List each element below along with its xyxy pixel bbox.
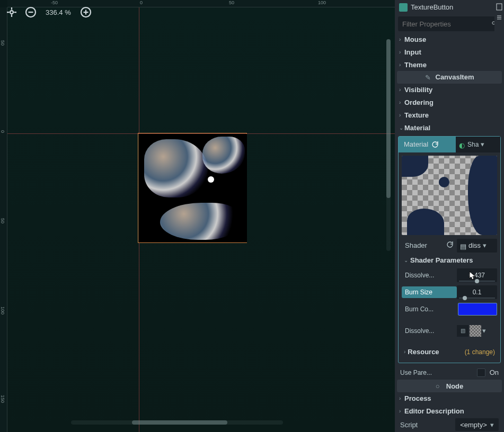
section-label: Texture — [404, 111, 429, 119]
dissolve-value-field[interactable]: 0.437 — [457, 268, 497, 282]
material-type: Sha — [467, 141, 479, 148]
color-swatch[interactable] — [458, 303, 497, 316]
shader-parameters-header[interactable]: ⌄Shader Parameters — [399, 254, 500, 266]
section-label: CanvasItem — [436, 73, 474, 81]
scrollbar-thumb[interactable] — [132, 420, 227, 425]
doc-icon[interactable] — [496, 3, 503, 11]
checkbox-on-label: On — [490, 368, 499, 376]
section-label: Editor Description — [404, 407, 464, 415]
section-material[interactable]: ⌄Material — [395, 121, 504, 134]
script-picker[interactable]: <empty>▾ — [455, 418, 499, 431]
param-label: Burn Size — [402, 286, 457, 298]
texture-preview[interactable] — [139, 134, 247, 242]
shader-property: Shader ▤ diss ▾ — [402, 238, 497, 253]
script-label: Script — [400, 421, 455, 429]
param-label: Dissolve... — [402, 327, 457, 335]
slider-track[interactable] — [459, 281, 495, 282]
section-visibility[interactable]: ›Visibility — [395, 84, 504, 96]
texture-picker[interactable]: ▧ ▾ — [457, 323, 497, 338]
mouse-cursor — [469, 271, 476, 281]
ruler-tick: 100 — [318, 0, 326, 5]
material-resource-picker[interactable]: ◐ Sha ▾ — [456, 137, 500, 152]
viewport-toolbar: 336.4 % — [0, 0, 98, 24]
resource-section[interactable]: › Resource (1 change) — [399, 345, 500, 359]
shader-label: Shader — [402, 241, 446, 249]
section-ordering[interactable]: ›Ordering — [395, 96, 504, 109]
section-label: Ordering — [404, 98, 434, 106]
param-dissolve: Dissolve... 0.437 — [402, 267, 497, 283]
texture-slot-icon[interactable]: ▧ — [457, 325, 468, 337]
chevron-down-icon[interactable]: ▾ — [481, 140, 484, 148]
filter-properties[interactable] — [398, 16, 501, 31]
section-label: Mouse — [404, 35, 426, 43]
shader-material-icon: ◐ — [459, 141, 465, 148]
use-parent-label: Use Pare... — [400, 369, 473, 376]
shader-file: diss — [468, 241, 481, 249]
material-preview[interactable] — [402, 156, 497, 235]
use-parent-material: Use Pare... On — [395, 365, 504, 380]
section-canvas-item[interactable]: ✎CanvasItem — [397, 71, 502, 84]
viewport[interactable]: 336.4 % -50 0 50 100 50 0 50 100 150 — [0, 0, 395, 432]
resource-label: Resource — [408, 348, 464, 356]
inspector-panel: TextureButton ▾ ›Mouse ›Input ›Theme ✎Ca… — [395, 0, 504, 432]
reload-icon[interactable] — [446, 241, 454, 250]
section-node[interactable]: ○Node — [397, 380, 502, 392]
ruler-tick: 0 — [140, 0, 143, 5]
section-process[interactable]: ›Process — [395, 392, 504, 405]
shader-resource-picker[interactable]: ▤ diss ▾ — [457, 239, 497, 253]
reload-icon[interactable] — [431, 141, 439, 148]
section-mouse[interactable]: ›Mouse — [395, 33, 504, 46]
section-label: Node — [446, 382, 464, 390]
zoom-level[interactable]: 336.4 % — [43, 8, 73, 16]
param-label: Burn Co... — [402, 305, 458, 313]
zoom-out-icon[interactable] — [24, 6, 37, 19]
slider-knob[interactable] — [463, 296, 467, 300]
section-label: Process — [404, 394, 431, 402]
use-parent-checkbox[interactable] — [477, 368, 485, 377]
inspector-header[interactable]: TextureButton ▾ — [395, 0, 504, 14]
section-input[interactable]: ›Input — [395, 46, 504, 59]
filter-input[interactable] — [402, 20, 491, 28]
burn-size-value-field[interactable]: 0.1 — [457, 285, 497, 299]
ruler-tick: 50 — [229, 0, 234, 5]
section-label: Input — [404, 48, 421, 56]
file-icon: ▤ — [460, 242, 466, 249]
param-dissolve-texture: Dissolve... ▧ ▾ — [402, 318, 497, 344]
params-label: Shader Parameters — [410, 256, 473, 264]
slider-track[interactable] — [459, 298, 495, 299]
canvas-area[interactable] — [7, 7, 395, 432]
resource-changes: (1 change) — [465, 348, 495, 356]
chevron-down-icon[interactable]: ▾ — [482, 327, 486, 335]
material-label-area[interactable]: Material — [399, 137, 456, 152]
param-label: Dissolve... — [402, 272, 457, 279]
material-editor: Material ◐ Sha ▾ Shader ▤ diss ▾ — [398, 136, 501, 363]
script-value: <empty> — [460, 421, 487, 429]
node-type-icon — [399, 3, 408, 12]
node-icon: ○ — [436, 382, 443, 390]
ruler-tick: 50 — [0, 218, 5, 223]
center-view-icon[interactable] — [5, 6, 18, 19]
scrollbar-thumb[interactable] — [386, 39, 391, 198]
texture-thumbnail[interactable] — [470, 325, 481, 337]
param-burn-size: Burn Size 0.1 — [402, 284, 497, 300]
node-type-label: TextureButton — [411, 3, 453, 11]
section-theme[interactable]: ›Theme — [395, 58, 504, 71]
material-header: Material ◐ Sha ▾ — [399, 137, 500, 152]
section-label: Visibility — [404, 86, 432, 94]
tools-icon[interactable] — [496, 14, 503, 21]
brush-icon: ✎ — [425, 74, 432, 81]
viewport-scrollbar-vertical[interactable] — [386, 39, 391, 251]
section-editor-description[interactable]: ›Editor Description — [395, 405, 504, 418]
viewport-scrollbar-horizontal[interactable] — [71, 420, 283, 425]
param-value: 0.1 — [473, 289, 482, 296]
material-label: Material — [404, 140, 428, 148]
ruler-tick: 100 — [0, 307, 5, 314]
zoom-in-icon[interactable] — [79, 6, 92, 19]
inspector-side-tools — [494, 0, 504, 32]
ruler-tick: 50 — [0, 40, 5, 46]
svg-rect-2 — [497, 4, 502, 10]
section-label: Theme — [404, 61, 427, 69]
section-texture[interactable]: ›Texture — [395, 109, 504, 121]
chevron-down-icon[interactable]: ▾ — [483, 241, 487, 249]
ruler-vertical: 50 0 50 100 150 — [0, 7, 7, 432]
